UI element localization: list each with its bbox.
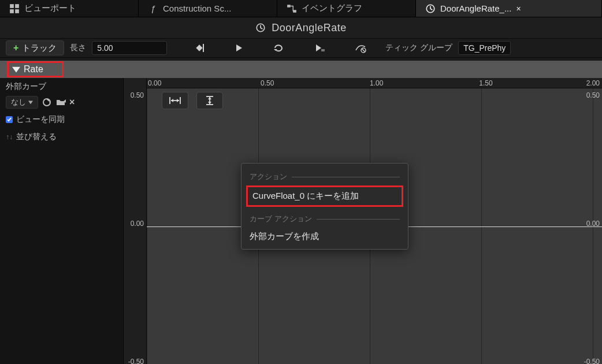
tab-bar: ビューポート ƒ Construction Sc... イベントグラフ Door… bbox=[0, 0, 602, 17]
tab-label: Construction Sc... bbox=[163, 3, 231, 13]
tick-group-select[interactable]: TG_PrePhy bbox=[458, 41, 511, 55]
svg-marker-12 bbox=[316, 44, 321, 51]
svg-rect-0 bbox=[10, 4, 14, 8]
svg-rect-8 bbox=[196, 44, 203, 51]
x-axis: 0.00 0.50 1.00 1.50 2.00 bbox=[147, 78, 602, 88]
tick-group-value: TG_PrePhy bbox=[463, 43, 506, 53]
svg-marker-26 bbox=[171, 99, 173, 102]
context-section-action: アクション bbox=[241, 166, 408, 184]
sync-view-row[interactable]: ビューを同期 bbox=[6, 113, 117, 127]
y-tick: -0.50 bbox=[584, 358, 600, 364]
close-icon[interactable]: × bbox=[516, 5, 524, 13]
track-button-label: トラック bbox=[22, 43, 57, 54]
toolbar: + トラック 長さ 5.00 ティック グループ TG_PrePhy bbox=[0, 38, 602, 58]
context-item-add-key[interactable]: CurveFloat_0 にキーを追加 bbox=[246, 185, 403, 207]
y-axis-left: 0.50 0.00 -0.50 bbox=[124, 78, 147, 364]
autoplay-icon[interactable] bbox=[232, 40, 247, 55]
clock-icon bbox=[255, 23, 266, 33]
checkbox-checked-icon[interactable] bbox=[6, 116, 13, 123]
svg-rect-4 bbox=[287, 5, 291, 8]
context-item-label: CurveFloat_0 にキーを追加 bbox=[252, 191, 359, 200]
svg-rect-5 bbox=[293, 10, 296, 13]
context-item-create-external-curve[interactable]: 外部カーブを作成 bbox=[241, 226, 408, 247]
tab-label: DoorAngleRate_... bbox=[440, 3, 511, 13]
tab-construction-script[interactable]: ƒ Construction Sc... bbox=[139, 0, 277, 17]
external-curve-select[interactable]: なし bbox=[6, 96, 38, 109]
length-input[interactable]: 5.00 bbox=[92, 41, 167, 55]
y-tick: -0.50 bbox=[128, 358, 144, 364]
tick-group-label: ティック グループ bbox=[385, 43, 452, 53]
function-icon: ƒ bbox=[148, 3, 158, 14]
use-last-keyframe-icon[interactable] bbox=[194, 40, 209, 55]
section-label: カーブ アクション bbox=[250, 214, 312, 224]
svg-line-17 bbox=[362, 49, 365, 52]
svg-rect-2 bbox=[10, 9, 14, 13]
title-bar: DoorAngleRate bbox=[0, 17, 602, 38]
svg-rect-1 bbox=[15, 4, 19, 8]
tab-timeline[interactable]: DoorAngleRate_... × bbox=[416, 0, 602, 17]
tab-viewport[interactable]: ビューポート bbox=[0, 0, 139, 17]
ignore-time-dilation-icon[interactable] bbox=[353, 40, 368, 55]
viewport-icon bbox=[9, 3, 20, 14]
length-value: 5.00 bbox=[97, 43, 113, 53]
fit-vertical-button[interactable] bbox=[196, 92, 223, 109]
reorder-label: 並び替える bbox=[16, 132, 57, 142]
tab-label: ビューポート bbox=[24, 3, 76, 14]
browse-icon[interactable] bbox=[42, 97, 52, 107]
x-tick: 0.00 bbox=[148, 79, 161, 87]
y-tick: 0.00 bbox=[586, 220, 600, 228]
x-tick: 2.00 bbox=[586, 79, 600, 87]
external-curve-label: 外部カーブ bbox=[6, 81, 117, 92]
track-rate-expand[interactable]: Rate bbox=[7, 61, 64, 77]
external-curve-value: なし bbox=[11, 97, 26, 107]
svg-rect-9 bbox=[203, 44, 204, 52]
track-rate-header[interactable]: Rate bbox=[0, 61, 602, 78]
folder-icon[interactable] bbox=[55, 97, 66, 107]
replicated-icon[interactable] bbox=[313, 40, 328, 55]
add-track-button[interactable]: + トラック bbox=[6, 40, 64, 55]
sync-view-label: ビューを同期 bbox=[16, 114, 65, 125]
graph-icon bbox=[287, 3, 297, 14]
clear-icon[interactable]: × bbox=[69, 97, 75, 107]
svg-marker-27 bbox=[177, 99, 179, 102]
reorder-arrows-icon: ↑↓ bbox=[6, 133, 13, 141]
svg-marker-18 bbox=[12, 67, 20, 73]
fit-horizontal-button[interactable] bbox=[162, 92, 188, 109]
svg-marker-32 bbox=[208, 102, 211, 104]
loop-icon[interactable] bbox=[272, 40, 287, 55]
context-section-curve-action: カーブ アクション bbox=[241, 208, 408, 226]
y-tick: 0.50 bbox=[131, 91, 144, 99]
length-label: 長さ bbox=[70, 43, 86, 53]
section-label: アクション bbox=[250, 172, 287, 182]
tab-event-graph[interactable]: イベントグラフ bbox=[277, 0, 416, 17]
svg-rect-3 bbox=[15, 9, 19, 13]
svg-marker-31 bbox=[208, 97, 211, 99]
plus-icon: + bbox=[13, 43, 18, 53]
y-tick: 0.00 bbox=[131, 220, 144, 228]
x-tick: 0.50 bbox=[261, 79, 274, 87]
tab-label: イベントグラフ bbox=[302, 3, 362, 14]
svg-marker-10 bbox=[236, 44, 242, 51]
sidebar: 外部カーブ なし × ビューを同期 ↑↓ 並び替える bbox=[0, 78, 124, 364]
x-tick: 1.00 bbox=[370, 79, 383, 87]
x-tick: 1.50 bbox=[479, 79, 492, 87]
context-menu: アクション CurveFloat_0 にキーを追加 カーブ アクション 外部カー… bbox=[241, 163, 408, 250]
y-tick: 0.50 bbox=[586, 91, 600, 99]
svg-marker-19 bbox=[28, 101, 33, 105]
track-name: Rate bbox=[24, 64, 43, 75]
context-item-label: 外部カーブを作成 bbox=[250, 231, 319, 241]
timeline-title: DoorAngleRate bbox=[272, 22, 347, 34]
view-tools bbox=[162, 92, 223, 109]
clock-icon bbox=[425, 3, 436, 14]
reorder-row[interactable]: ↑↓ 並び替える bbox=[6, 130, 117, 144]
